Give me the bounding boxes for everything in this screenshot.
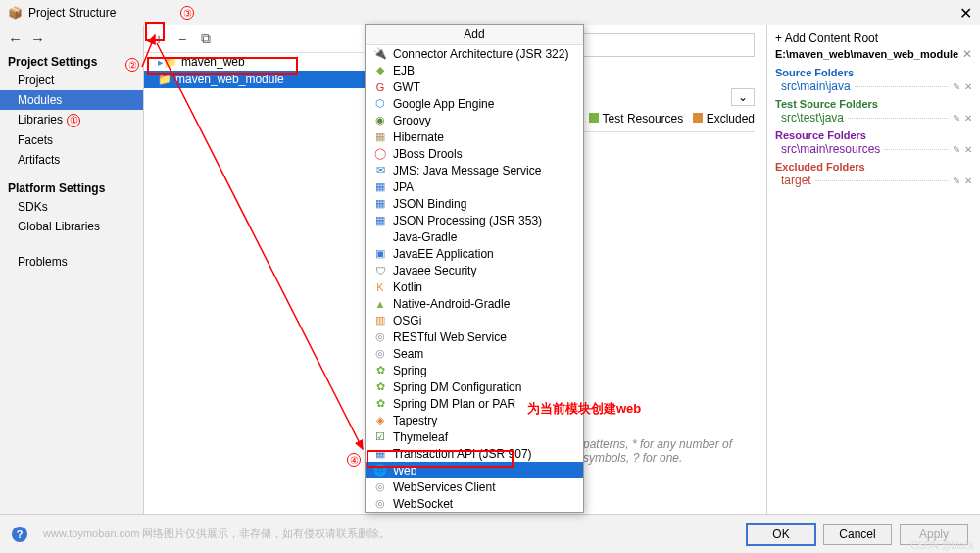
edit-icon[interactable]: ✎ <box>953 81 960 92</box>
facet-label: GWT <box>393 80 420 94</box>
tab-excluded[interactable]: Excluded <box>693 112 755 126</box>
facet-label: Google App Engine <box>393 97 494 111</box>
add-item[interactable]: ▦Hibernate <box>366 128 583 145</box>
facet-icon: ◈ <box>373 414 387 427</box>
ok-button[interactable]: OK <box>747 524 815 545</box>
sidebar-item-artifacts[interactable]: Artifacts <box>0 150 143 170</box>
sidebar-item-libraries[interactable]: Libraries① <box>0 110 143 130</box>
add-item[interactable]: Java-Gradle <box>366 228 583 245</box>
add-item[interactable]: ◎RESTful Web Service <box>366 328 583 345</box>
add-item[interactable]: ▥OSGi <box>366 312 583 328</box>
edit-icon[interactable]: ✎ <box>953 113 960 124</box>
add-item[interactable]: ◯JBoss Drools <box>366 145 583 162</box>
add-item[interactable]: ✉JMS: Java Message Service <box>366 162 583 178</box>
dropdown-toggle[interactable]: ⌄ <box>731 88 755 106</box>
module-item[interactable]: 📁maven_web_module <box>144 71 367 88</box>
copy-module-button[interactable]: ⧉ <box>197 30 215 47</box>
facet-icon: ▦ <box>373 180 387 193</box>
help-icon[interactable]: ? <box>12 527 27 542</box>
facet-label: Java-Gradle <box>393 230 457 244</box>
app-icon: 📦 <box>8 6 23 20</box>
add-facet-popup: Add 🔌Connector Architecture (JSR 322)◆EJ… <box>365 24 584 513</box>
add-item[interactable]: 🌐Web <box>366 462 583 478</box>
add-item[interactable]: ☑Thymeleaf <box>366 428 583 445</box>
add-module-button[interactable]: + <box>150 31 168 47</box>
sidebar-item-sdks[interactable]: SDKs <box>0 197 143 217</box>
facet-icon: ▣ <box>373 247 387 260</box>
facet-label: Groovy <box>393 114 431 127</box>
facet-label: OSGi <box>393 314 421 327</box>
folder-group-label: Source Folders <box>775 67 972 78</box>
sidebar-item-modules[interactable]: Modules <box>0 90 143 110</box>
close-icon[interactable]: ✕ <box>964 144 972 155</box>
sidebar: ← → Project Settings Project Modules Lib… <box>0 25 144 514</box>
cancel-button[interactable]: Cancel <box>823 524 892 545</box>
close-icon[interactable]: ✕ <box>959 4 972 23</box>
folder-item[interactable]: src\main\resources✎✕ <box>775 141 972 157</box>
close-icon[interactable]: ✕ <box>962 47 972 61</box>
facet-label: JMS: Java Message Service <box>393 164 541 177</box>
annotation-badge-2: ② <box>125 58 139 72</box>
content-root-panel: + Add Content Root E:\maven_web\maven_we… <box>766 25 980 514</box>
add-item[interactable]: ▦Transaction API (JSR 907) <box>366 445 583 462</box>
sidebar-item-global-libraries[interactable]: Global Libraries <box>0 217 143 236</box>
facet-label: WebServices Client <box>393 480 495 494</box>
nav-back[interactable]: ← <box>8 30 23 47</box>
facet-label: EJB <box>393 64 415 77</box>
facet-icon: ▦ <box>373 214 387 226</box>
add-item[interactable]: ▲Native-Android-Gradle <box>366 295 583 312</box>
add-item[interactable]: ▦JSON Binding <box>366 195 583 212</box>
add-item[interactable]: ✿Spring <box>366 362 583 378</box>
close-icon[interactable]: ✕ <box>964 176 972 186</box>
folder-item[interactable]: src\test\java✎✕ <box>775 110 972 126</box>
facet-icon: ▲ <box>373 298 387 310</box>
facet-label: Kotlin <box>393 280 422 294</box>
add-item[interactable]: ▦JSON Processing (JSR 353) <box>366 212 583 228</box>
sidebar-item-project[interactable]: Project <box>0 71 143 90</box>
edit-icon[interactable]: ✎ <box>953 176 960 186</box>
facet-label: Thymeleaf <box>393 430 448 444</box>
facet-icon: ✉ <box>373 164 387 176</box>
edit-icon[interactable]: ✎ <box>953 144 960 155</box>
facet-icon: ▥ <box>373 314 387 327</box>
facet-icon: ◎ <box>373 497 387 510</box>
add-item[interactable]: ◎WebServices Client <box>366 478 583 495</box>
folder-item[interactable]: target✎✕ <box>775 173 972 188</box>
add-item[interactable]: ✿Spring DM Configuration <box>366 378 583 395</box>
watermark-text: www.toymoban.com 网络图片仅供展示，非存储，如有侵权请联系删除。 <box>43 527 390 541</box>
add-item[interactable]: ◎Seam <box>366 345 583 362</box>
nav-forward[interactable]: → <box>30 30 45 47</box>
add-item[interactable]: ⬡Google App Engine <box>366 95 583 112</box>
facet-label: Web <box>393 464 416 478</box>
sidebar-item-problems[interactable]: Problems <box>0 252 143 272</box>
tab-test-resources[interactable]: Test Resources <box>589 112 683 126</box>
folder-item[interactable]: src\main\java✎✕ <box>775 78 972 94</box>
add-item[interactable]: ▦JPA <box>366 178 583 195</box>
popup-title: Add <box>366 25 583 45</box>
facet-label: WebSocket <box>393 497 453 511</box>
add-item[interactable]: ◆EJB <box>366 62 583 78</box>
add-item[interactable]: KKotlin <box>366 278 583 295</box>
add-content-root[interactable]: + Add Content Root <box>775 31 972 47</box>
facet-label: JavaEE Application <box>393 247 494 261</box>
facet-label: Seam <box>393 347 423 361</box>
facet-label: JSON Binding <box>393 197 466 211</box>
add-item[interactable]: 🛡Javaee Security <box>366 262 583 278</box>
sidebar-item-facets[interactable]: Facets <box>0 130 143 150</box>
folder-group-label: Test Source Folders <box>775 98 972 110</box>
remove-module-button[interactable]: − <box>173 31 191 47</box>
facet-icon: ✿ <box>373 397 387 410</box>
close-icon[interactable]: ✕ <box>964 113 972 124</box>
facet-icon: ▦ <box>373 130 387 143</box>
facet-label: Connector Architecture (JSR 322) <box>393 47 568 61</box>
add-item[interactable]: ◉Groovy <box>366 112 583 128</box>
facet-icon: ◎ <box>373 330 387 343</box>
close-icon[interactable]: ✕ <box>964 81 972 92</box>
pattern-note: patterns, * for any number ofsymbols, ? … <box>583 437 732 465</box>
add-item[interactable]: ▣JavaEE Application <box>366 245 583 262</box>
module-item[interactable]: ▸📁maven_web <box>144 53 367 71</box>
facet-label: Transaction API (JSR 907) <box>393 447 532 461</box>
add-item[interactable]: 🔌Connector Architecture (JSR 322) <box>366 45 583 62</box>
add-item[interactable]: ◎WebSocket <box>366 495 583 512</box>
add-item[interactable]: GGWT <box>366 78 583 95</box>
